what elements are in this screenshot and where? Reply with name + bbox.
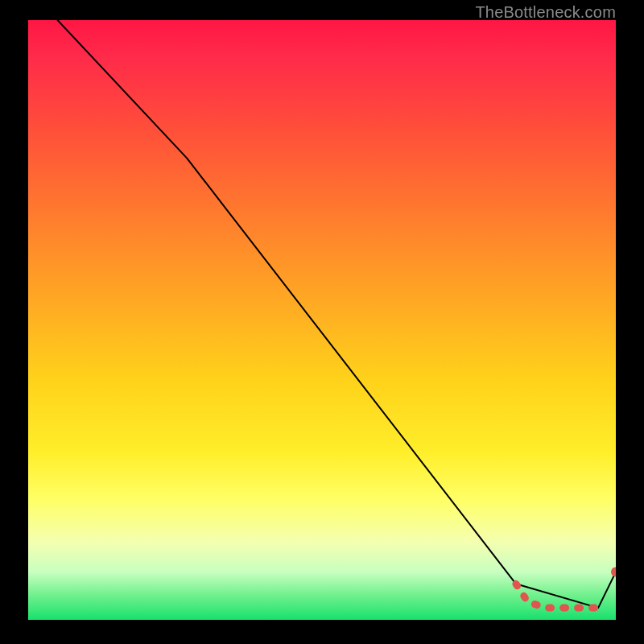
plot-area bbox=[28, 20, 616, 620]
watermark-text: TheBottleneck.com bbox=[475, 3, 616, 22]
chart-stage: TheBottleneck.com bbox=[0, 0, 644, 644]
